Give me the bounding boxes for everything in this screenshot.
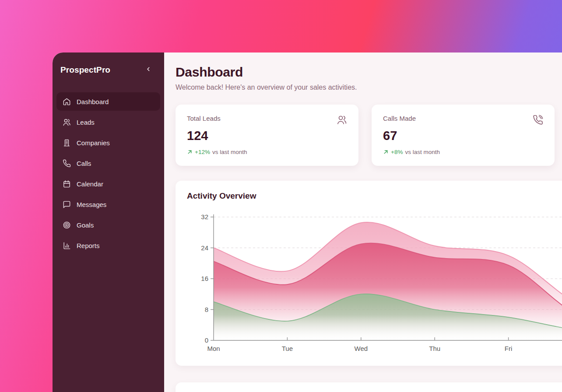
sidebar-item-label: Reports — [77, 242, 100, 249]
building-icon — [63, 139, 71, 147]
svg-text:Thu: Thu — [429, 345, 440, 352]
sidebar-item-messages[interactable]: Messages — [56, 195, 160, 214]
arrow-up-right-icon — [187, 149, 193, 155]
page-subtitle: Welcome back! Here's an overview of your… — [176, 84, 562, 91]
sidebar: ProspectPro Dashboard Leads — [53, 52, 164, 392]
svg-text:8: 8 — [205, 306, 208, 313]
sidebar-item-dashboard[interactable]: Dashboard — [56, 92, 160, 111]
chart-title: Activity Overview — [187, 191, 562, 201]
bar-chart-icon — [63, 242, 71, 250]
sidebar-item-label: Goals — [77, 221, 94, 229]
users-icon — [63, 118, 71, 126]
sidebar-item-reports[interactable]: Reports — [56, 236, 160, 255]
sidebar-item-label: Calendar — [77, 180, 103, 188]
svg-text:32: 32 — [201, 213, 208, 220]
main-content: Dashboard Welcome back! Here's an overvi… — [164, 52, 562, 392]
stat-label: Calls Made — [383, 115, 416, 122]
target-icon — [63, 221, 71, 229]
stats-row: Total Leads 124 +12% vs last month Calls — [176, 105, 562, 166]
phone-icon — [63, 159, 71, 168]
svg-text:Wed: Wed — [355, 345, 368, 352]
activity-chart: 08162432MonTueWedThuFriSatSun — [187, 213, 562, 354]
svg-text:24: 24 — [201, 244, 208, 252]
sidebar-collapse-button[interactable] — [144, 65, 153, 75]
app-window: ProspectPro Dashboard Leads — [53, 52, 562, 392]
sidebar-item-leads[interactable]: Leads — [56, 113, 160, 131]
svg-text:Tue: Tue — [282, 345, 293, 352]
stat-trend-note: vs last month — [405, 149, 440, 155]
stat-label: Total Leads — [187, 115, 221, 122]
page-title: Dashboard — [176, 65, 562, 80]
message-icon — [63, 200, 71, 209]
sidebar-nav: Dashboard Leads Companies Calls — [53, 92, 164, 255]
sidebar-item-label: Dashboard — [77, 98, 109, 105]
home-icon — [63, 98, 71, 106]
sidebar-item-calendar[interactable]: Calendar — [56, 175, 160, 193]
sidebar-item-label: Leads — [77, 119, 95, 126]
sidebar-item-goals[interactable]: Goals — [56, 216, 160, 234]
sidebar-item-label: Companies — [77, 139, 110, 147]
stat-value: 67 — [383, 129, 543, 143]
phone-call-icon — [533, 115, 543, 125]
sidebar-item-label: Messages — [77, 201, 106, 208]
app-logo: ProspectPro — [60, 65, 110, 75]
partially-visible-card — [176, 382, 562, 392]
svg-text:Fri: Fri — [505, 345, 513, 352]
sidebar-item-calls[interactable]: Calls — [56, 154, 160, 172]
stat-card-calls-made: Calls Made 67 +8% vs last month — [372, 105, 555, 166]
calendar-icon — [63, 180, 71, 188]
sidebar-item-companies[interactable]: Companies — [56, 133, 160, 152]
arrow-up-right-icon — [383, 149, 389, 155]
svg-text:Mon: Mon — [207, 345, 220, 352]
stat-trend-note: vs last month — [212, 149, 247, 155]
users-icon — [337, 115, 347, 125]
stat-trend: +12% — [195, 149, 210, 155]
svg-text:16: 16 — [201, 275, 208, 282]
svg-text:0: 0 — [205, 336, 208, 344]
stat-value: 124 — [187, 129, 347, 143]
chevron-left-icon — [145, 66, 152, 74]
stat-trend: +8% — [391, 149, 403, 155]
sidebar-item-label: Calls — [77, 160, 91, 167]
stat-card-total-leads: Total Leads 124 +12% vs last month — [176, 105, 358, 166]
activity-overview-card: Activity Overview 08162432MonTueWedThuFr… — [176, 181, 562, 366]
